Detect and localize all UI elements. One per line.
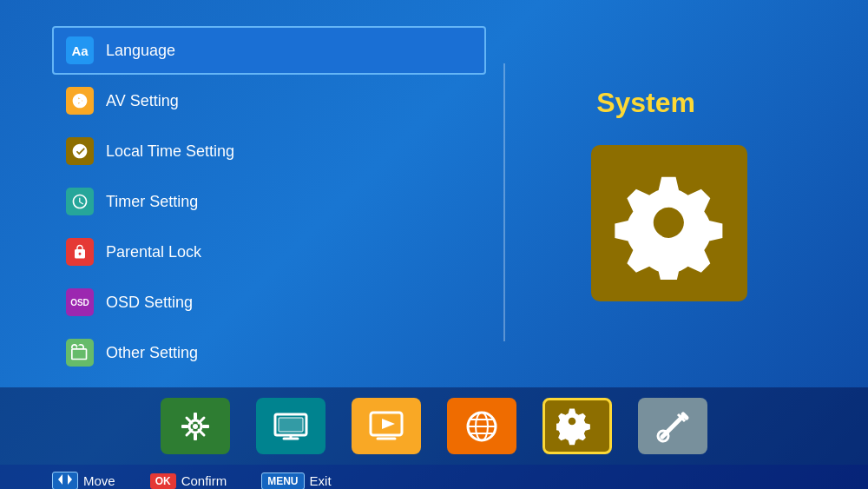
system-title: System bbox=[596, 87, 695, 119]
menu-item-osd[interactable]: OSD OSD Setting bbox=[52, 278, 486, 327]
menu-item-language[interactable]: Aa Language bbox=[52, 26, 486, 75]
nav-globe-button[interactable] bbox=[447, 398, 516, 454]
nav-bar bbox=[0, 387, 868, 465]
svg-marker-25 bbox=[68, 474, 72, 485]
other-label: Other Setting bbox=[106, 344, 198, 362]
timer-icon bbox=[66, 188, 94, 215]
language-label: Language bbox=[106, 42, 175, 60]
menu-item-av[interactable]: AV Setting bbox=[52, 76, 486, 125]
menu-badge: MENU bbox=[261, 472, 304, 490]
gear-svg-icon bbox=[613, 167, 726, 280]
main-container: Aa Language AV Setting Local Time Settin… bbox=[0, 0, 868, 489]
time-icon bbox=[66, 137, 94, 165]
osd-label: OSD Setting bbox=[106, 294, 193, 312]
nav-satellite-button[interactable] bbox=[161, 398, 230, 454]
svg-marker-24 bbox=[58, 474, 62, 485]
status-bar: Move OK Confirm MENU Exit bbox=[0, 465, 868, 489]
menu-item-timer[interactable]: Timer Setting bbox=[52, 177, 486, 226]
menu-item-parental[interactable]: Parental Lock bbox=[52, 228, 486, 276]
move-label: Move bbox=[83, 473, 115, 488]
nav-tools-button[interactable] bbox=[638, 398, 707, 454]
lock-icon bbox=[66, 238, 94, 266]
svg-rect-4 bbox=[202, 425, 209, 428]
system-icon-box bbox=[591, 145, 747, 301]
svg-point-6 bbox=[193, 424, 198, 429]
menu-status: MENU Exit bbox=[261, 472, 331, 490]
nav-media-button[interactable] bbox=[352, 398, 421, 454]
svg-line-22 bbox=[683, 414, 687, 418]
av-label: AV Setting bbox=[106, 92, 179, 110]
menu-item-local-time[interactable]: Local Time Setting bbox=[52, 127, 486, 175]
svg-rect-1 bbox=[194, 413, 197, 420]
ok-badge: OK bbox=[150, 473, 176, 489]
osd-icon: OSD bbox=[66, 288, 94, 316]
timer-label: Timer Setting bbox=[106, 193, 198, 211]
svg-rect-3 bbox=[181, 425, 188, 428]
move-badge bbox=[52, 472, 78, 489]
svg-rect-2 bbox=[194, 433, 197, 440]
nav-system-button[interactable] bbox=[542, 398, 612, 454]
content-area: Aa Language AV Setting Local Time Settin… bbox=[0, 0, 868, 387]
ok-label: Confirm bbox=[181, 473, 227, 488]
parental-label: Parental Lock bbox=[106, 243, 201, 261]
move-status: Move bbox=[52, 472, 115, 489]
divider bbox=[503, 63, 505, 341]
menu-label: Exit bbox=[310, 473, 332, 488]
svg-line-23 bbox=[659, 439, 661, 440]
right-panel: System bbox=[523, 26, 816, 379]
svg-line-19 bbox=[662, 416, 683, 437]
other-icon bbox=[66, 339, 94, 367]
svg-rect-10 bbox=[279, 418, 303, 432]
nav-tv-button[interactable] bbox=[256, 398, 326, 454]
language-icon: Aa bbox=[66, 36, 94, 64]
av-icon bbox=[66, 87, 94, 115]
local-time-label: Local Time Setting bbox=[106, 142, 234, 161]
ok-status: OK Confirm bbox=[150, 473, 227, 489]
menu-panel: Aa Language AV Setting Local Time Settin… bbox=[52, 26, 486, 379]
menu-item-other[interactable]: Other Setting bbox=[52, 328, 486, 377]
svg-marker-12 bbox=[382, 419, 395, 429]
